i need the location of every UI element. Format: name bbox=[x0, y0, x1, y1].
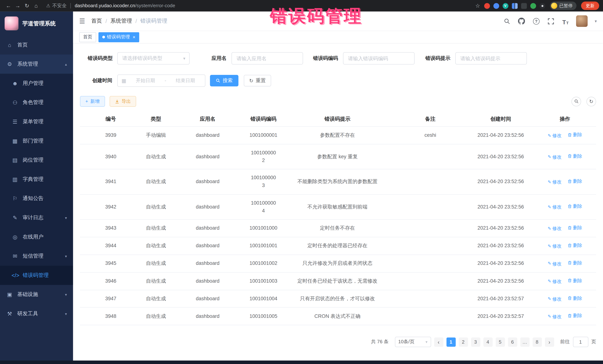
user-avatar[interactable] bbox=[576, 15, 588, 27]
extension-grid-icon[interactable] bbox=[512, 3, 517, 9]
reset-button[interactable]: ↻ 重置 bbox=[244, 75, 271, 86]
delete-link[interactable]: 删除 bbox=[568, 132, 582, 139]
page-button-3[interactable]: 3 bbox=[471, 338, 480, 347]
edit-link[interactable]: ✎修改 bbox=[548, 243, 562, 250]
sidebar-item-system[interactable]: ⚙ 系统管理 ▴ bbox=[0, 55, 73, 74]
logo-row[interactable]: 芋道管理系统 bbox=[0, 11, 73, 35]
reload-icon[interactable]: ↻ bbox=[22, 3, 32, 9]
export-button[interactable]: 导出 bbox=[110, 96, 136, 107]
users-icon: ⚇ bbox=[12, 99, 18, 106]
sidebar-item-menu[interactable]: ☰ 菜单管理 bbox=[0, 112, 73, 132]
prev-page-button[interactable]: ‹ bbox=[434, 338, 443, 347]
edit-link[interactable]: ✎修改 bbox=[548, 260, 562, 267]
cell-id: 3948 bbox=[80, 308, 141, 325]
edit-link[interactable]: ✎修改 bbox=[548, 154, 562, 161]
topbar: ☰ 首页 / 系统管理 / 错误码管理 ? bbox=[73, 11, 603, 31]
refresh-table-icon[interactable]: ↻ bbox=[587, 97, 596, 106]
browser-home-icon[interactable]: ⌂ bbox=[32, 3, 41, 9]
sidebar-item-dict[interactable]: ▥ 字典管理 bbox=[0, 170, 73, 189]
browser-update-button[interactable]: 更新 bbox=[581, 1, 599, 10]
breadcrumb-system[interactable]: 系统管理 bbox=[110, 18, 132, 24]
close-icon[interactable]: × bbox=[133, 34, 135, 40]
page-button-2[interactable]: 2 bbox=[459, 338, 468, 347]
page-button-8[interactable]: 8 bbox=[533, 338, 542, 347]
extension-blue-icon[interactable] bbox=[493, 3, 499, 9]
delete-link[interactable]: 删除 bbox=[568, 312, 582, 320]
sidebar-item-sms[interactable]: ✉ 短信管理 ▾ bbox=[0, 246, 73, 266]
page-ellipsis[interactable]: … bbox=[520, 338, 529, 347]
bookmark-star-icon[interactable]: ☆ bbox=[475, 3, 480, 9]
toggle-search-icon[interactable] bbox=[571, 97, 581, 106]
delete-link[interactable]: 删除 bbox=[568, 178, 582, 185]
sidebar-item-notice[interactable]: ⚐ 通知公告 bbox=[0, 189, 73, 208]
table-row: 3944 自动生成 dashboard 1001001001 定时任务的处理器已… bbox=[80, 237, 596, 255]
hamburger-icon[interactable]: ☰ bbox=[79, 17, 85, 25]
breadcrumb-home[interactable]: 首页 bbox=[91, 18, 102, 24]
error-type-select[interactable]: 请选择错误码类型 ▾ bbox=[117, 52, 190, 65]
tab-home[interactable]: 首页 bbox=[79, 32, 96, 42]
edit-link[interactable]: ✎修改 bbox=[548, 313, 562, 320]
cell-id: 3944 bbox=[80, 237, 141, 255]
tab-error-code[interactable]: 错误码管理 × bbox=[99, 32, 139, 42]
sidebar-item-audit-log[interactable]: ✎ 审计日志 ▾ bbox=[0, 208, 73, 227]
extension-dark-icon[interactable] bbox=[521, 3, 527, 9]
page-size-select[interactable]: 10条/页 ▾ bbox=[395, 337, 431, 347]
sidebar-item-user[interactable]: ☻ 用户管理 bbox=[0, 74, 73, 93]
search-icon[interactable] bbox=[503, 17, 511, 25]
edit-icon: ✎ bbox=[548, 225, 551, 232]
extension-green-icon[interactable] bbox=[530, 3, 536, 9]
extension-red-icon[interactable] bbox=[484, 3, 490, 9]
extension-v-icon[interactable]: V bbox=[502, 3, 508, 9]
edit-link[interactable]: ✎修改 bbox=[548, 225, 562, 232]
app-name-input[interactable] bbox=[232, 52, 303, 65]
delete-link[interactable]: 删除 bbox=[568, 242, 582, 249]
sidebar-item-online-user[interactable]: ◎ 在线用户 bbox=[0, 227, 73, 246]
error-msg-input[interactable] bbox=[455, 52, 527, 65]
sidebar-item-error-code[interactable]: </> 错误码管理 bbox=[0, 266, 73, 285]
sidebar-item-dept[interactable]: ▦ 部门管理 bbox=[0, 132, 73, 151]
cell-ops: ✎修改 删除 bbox=[534, 220, 596, 237]
delete-link[interactable]: 删除 bbox=[568, 203, 582, 210]
dropdown-caret-icon[interactable]: ▾ bbox=[595, 19, 597, 23]
github-icon[interactable] bbox=[518, 17, 525, 25]
edit-link[interactable]: ✎修改 bbox=[548, 132, 562, 139]
sidebar-item-post[interactable]: ▤ 岗位管理 bbox=[0, 151, 73, 170]
search-button[interactable]: 搜索 bbox=[210, 75, 238, 86]
date-range-picker[interactable]: ▦ 开始日期 - 结束日期 bbox=[117, 75, 205, 87]
delete-link[interactable]: 删除 bbox=[568, 277, 582, 284]
sidebar-item-role[interactable]: ⚇ 角色管理 bbox=[0, 93, 73, 112]
delete-link[interactable]: 删除 bbox=[568, 295, 582, 302]
page-button-5[interactable]: 5 bbox=[496, 338, 505, 347]
next-page-button[interactable]: › bbox=[545, 338, 554, 347]
cell-type: 手动编辑 bbox=[141, 127, 170, 144]
add-button[interactable]: + 新增 bbox=[80, 96, 105, 107]
goto-page-input[interactable] bbox=[573, 337, 588, 347]
delete-link[interactable]: 删除 bbox=[568, 259, 582, 267]
error-code-input[interactable] bbox=[343, 52, 415, 65]
help-icon[interactable]: ? bbox=[533, 17, 540, 25]
cell-time: 2021-04-20 23:52:56 bbox=[468, 220, 534, 237]
edit-link[interactable]: ✎修改 bbox=[548, 295, 562, 303]
font-size-icon[interactable]: TT bbox=[562, 17, 569, 25]
sidebar-item-dev-tools[interactable]: ⚒ 研发工具 ▾ bbox=[0, 304, 73, 323]
edit-link[interactable]: ✎修改 bbox=[548, 278, 562, 285]
security-chip[interactable]: ⚠ 不安全 bbox=[46, 2, 67, 9]
edit-link[interactable]: ✎修改 bbox=[548, 178, 562, 186]
edit-link[interactable]: ✎修改 bbox=[548, 203, 562, 211]
sidebar-item-home[interactable]: ⌂ 首页 bbox=[0, 35, 73, 55]
page-button-1[interactable]: 1 bbox=[446, 338, 455, 347]
table-header-row: 编号类型应用名错误码编码错误码提示备注创建时间操作 bbox=[80, 112, 596, 127]
forward-icon[interactable]: → bbox=[13, 3, 22, 9]
logo-title: 芋道管理系统 bbox=[22, 20, 56, 27]
page-button-6[interactable]: 6 bbox=[508, 338, 517, 347]
address-bar[interactable]: dashboard.yudao.iocoder.cn/system/error-… bbox=[75, 3, 175, 9]
back-icon[interactable]: ← bbox=[4, 3, 13, 9]
cell-remark: ceshi bbox=[393, 127, 468, 144]
delete-link[interactable]: 删除 bbox=[568, 224, 582, 231]
fullscreen-icon[interactable] bbox=[547, 17, 555, 25]
delete-link[interactable]: 删除 bbox=[568, 153, 582, 160]
sidebar-item-infra[interactable]: ▣ 基础设施 ▾ bbox=[0, 285, 73, 304]
page-button-4[interactable]: 4 bbox=[483, 338, 492, 347]
browser-profile-chip[interactable]: 已暂停 bbox=[550, 1, 577, 10]
extension-pin-icon[interactable] bbox=[539, 3, 545, 9]
